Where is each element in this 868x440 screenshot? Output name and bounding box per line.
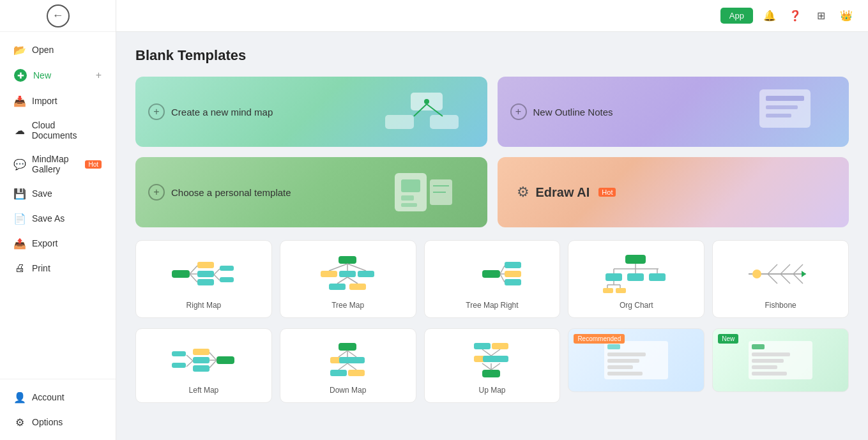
svg-rect-107 — [607, 365, 633, 369]
chart-label-left-map: Left Map — [189, 386, 219, 395]
chart-label-up-map: Up Map — [478, 386, 505, 395]
app-button[interactable]: App — [720, 8, 753, 24]
question-icon[interactable]: ❓ — [786, 7, 804, 25]
svg-rect-108 — [607, 372, 643, 376]
sidebar-item-export[interactable]: 📤 Export — [4, 231, 112, 255]
chart-card-up-map[interactable]: Up Map — [424, 328, 561, 403]
svg-rect-12 — [401, 195, 414, 201]
chart-card-tree-map[interactable]: Tree Map — [280, 240, 416, 318]
svg-rect-23 — [197, 279, 214, 285]
svg-rect-43 — [505, 262, 521, 268]
svg-rect-75 — [193, 357, 209, 363]
chart-card-org-chart[interactable]: Org Chart — [568, 240, 704, 318]
sidebar-item-options[interactable]: ⚙ Options — [4, 410, 112, 434]
svg-line-89 — [347, 363, 356, 370]
chart-card-new[interactable]: New — [712, 328, 849, 392]
sidebar-item-save[interactable]: 💾 Save — [4, 181, 112, 206]
svg-line-20 — [190, 274, 197, 282]
up-map-preview — [453, 339, 530, 381]
svg-rect-80 — [172, 363, 186, 368]
print-icon: 🖨 — [14, 262, 26, 274]
sidebar: ← 📂 Open ✚ New + 📥 Import ☁ Cloud Docume… — [0, 0, 116, 440]
chart-label-tree-map-right: Tree Map Right — [466, 301, 518, 310]
svg-line-82 — [339, 351, 347, 357]
plus-icon-3: + — [148, 184, 165, 201]
svg-line-69 — [793, 274, 803, 284]
chart-label-right-map: Right Map — [187, 301, 222, 310]
bell-icon[interactable]: 🔔 — [761, 7, 779, 25]
sidebar-label-cloud: Cloud Documents — [32, 120, 102, 140]
grid-icon[interactable]: ⊞ — [812, 7, 830, 25]
svg-line-73 — [209, 360, 217, 368]
card-new-outline[interactable]: + New Outline Notes — [498, 77, 849, 147]
chart-card-left-map[interactable]: Left Map — [135, 328, 272, 403]
svg-rect-44 — [505, 271, 521, 277]
svg-rect-22 — [197, 271, 214, 277]
svg-line-29 — [329, 264, 347, 271]
svg-line-36 — [347, 277, 358, 284]
svg-rect-74 — [193, 349, 209, 355]
svg-rect-52 — [605, 273, 622, 281]
sidebar-item-mindmap-gallery[interactable]: 💬 MindMap Gallery Hot — [4, 148, 112, 181]
svg-rect-76 — [193, 365, 209, 372]
svg-rect-38 — [349, 284, 366, 290]
svg-line-78 — [187, 361, 193, 367]
svg-rect-90 — [330, 370, 347, 376]
svg-rect-59 — [603, 288, 613, 293]
new-add-icon: + — [96, 70, 102, 81]
chart-card-tree-map-right[interactable]: Tree Map Right — [424, 240, 561, 318]
chart-card-fishbone[interactable]: Fishbone — [712, 240, 849, 318]
sidebar-item-save-as[interactable]: 📄 Save As — [4, 206, 112, 231]
sidebar-item-print[interactable]: 🖨 Print — [4, 256, 112, 280]
chart-card-down-map[interactable]: Down Map — [280, 328, 416, 403]
svg-line-42 — [500, 274, 505, 282]
card-edraw-ai[interactable]: ⚙ Edraw AI Hot — [498, 157, 849, 227]
sidebar-item-account[interactable]: 👤 Account — [4, 385, 112, 409]
svg-rect-26 — [220, 266, 234, 271]
card-label-new-mind-map: Create a new mind map — [171, 107, 273, 118]
svg-rect-2 — [385, 115, 414, 129]
options-icon: ⚙ — [14, 416, 26, 428]
sidebar-item-import[interactable]: 📥 Import — [4, 89, 112, 113]
svg-rect-87 — [348, 357, 365, 363]
svg-line-84 — [347, 351, 356, 357]
sidebar-item-cloud[interactable]: ☁ Cloud Documents — [4, 114, 112, 147]
sidebar-item-new[interactable]: ✚ New + — [4, 63, 112, 88]
right-map-preview — [165, 251, 242, 296]
svg-rect-28 — [339, 256, 356, 264]
svg-line-18 — [190, 266, 197, 274]
svg-rect-92 — [482, 370, 500, 377]
svg-rect-91 — [348, 370, 365, 376]
fishbone-preview — [742, 251, 819, 296]
svg-rect-102 — [492, 343, 508, 349]
hot-badge: Hot — [85, 160, 102, 169]
template-illustration — [360, 157, 487, 227]
back-button[interactable]: ← — [0, 0, 116, 32]
card-new-mind-map[interactable]: + Create a new mind map — [135, 77, 487, 147]
ai-hot-badge: Hot — [598, 188, 616, 197]
svg-rect-111 — [752, 353, 790, 356]
sidebar-label-options: Options — [32, 417, 63, 427]
svg-marker-62 — [802, 271, 806, 277]
sidebar-bottom: 👤 Account ⚙ Options — [0, 379, 116, 440]
chart-card-right-map[interactable]: Right Map — [135, 240, 272, 318]
recommended-badge: Recommended — [574, 334, 625, 344]
svg-rect-114 — [752, 372, 787, 376]
sidebar-label-export: Export — [32, 238, 57, 248]
svg-rect-13 — [401, 203, 417, 207]
crown-icon[interactable]: 👑 — [837, 7, 855, 25]
sidebar-item-open[interactable]: 📂 Open — [4, 38, 112, 62]
open-icon: 📂 — [14, 44, 26, 56]
svg-rect-70 — [217, 356, 234, 364]
sidebar-label-account: Account — [32, 392, 65, 402]
chart-card-recommended[interactable]: Recommended — [568, 328, 704, 392]
svg-rect-37 — [329, 284, 346, 290]
card-personal-template[interactable]: + Choose a personal template — [135, 157, 487, 227]
svg-rect-53 — [627, 273, 644, 281]
svg-rect-101 — [474, 343, 491, 349]
svg-line-77 — [187, 355, 193, 361]
svg-line-25 — [214, 275, 220, 280]
import-icon: 📥 — [14, 95, 26, 107]
account-icon: 👤 — [14, 391, 26, 403]
sidebar-label-save: Save — [32, 188, 52, 199]
